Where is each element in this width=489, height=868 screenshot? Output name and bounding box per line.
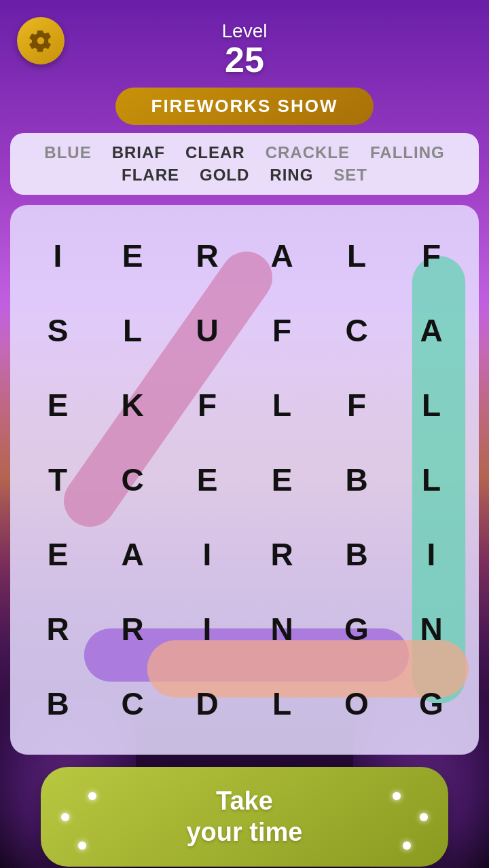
word-falling: FALLING	[370, 143, 445, 162]
cell-5-2[interactable]: I	[170, 592, 244, 666]
word-blue: BLUE	[44, 143, 91, 162]
take-time-label: Takeyour time	[54, 786, 435, 848]
gear-icon	[29, 29, 53, 53]
cell-3-0[interactable]: T	[20, 442, 95, 517]
cell-1-1[interactable]: L	[95, 293, 170, 368]
cell-3-5[interactable]: L	[394, 442, 469, 517]
word-flare: FLARE	[122, 166, 179, 185]
settings-button[interactable]	[17, 17, 65, 64]
cell-2-4[interactable]: F	[319, 368, 394, 442]
cell-6-3[interactable]: L	[244, 666, 319, 741]
cell-4-0[interactable]: E	[20, 517, 95, 592]
words-panel: BLUE BRIAF CLEAR CRACKLE FALLING FLARE G…	[10, 133, 479, 195]
cell-2-0[interactable]: E	[20, 368, 95, 442]
cell-0-3[interactable]: A	[244, 219, 319, 293]
header: Level 25	[0, 0, 489, 77]
cell-5-3[interactable]: N	[244, 592, 319, 666]
cell-4-2[interactable]: I	[170, 517, 244, 592]
grid-container: I E R A L F S L U F C A E K F L F L T C …	[10, 205, 479, 755]
cell-6-2[interactable]: D	[170, 666, 244, 741]
word-briaf: BRIAF	[112, 143, 165, 162]
cell-3-3[interactable]: E	[244, 442, 319, 517]
cell-2-5[interactable]: L	[394, 368, 469, 442]
cell-0-0[interactable]: I	[20, 219, 95, 293]
cell-2-1[interactable]: K	[95, 368, 170, 442]
word-set: SET	[333, 166, 367, 185]
cell-6-4[interactable]: O	[319, 666, 394, 741]
cell-4-4[interactable]: B	[319, 517, 394, 592]
cell-6-1[interactable]: C	[95, 666, 170, 741]
cell-0-2[interactable]: R	[170, 219, 244, 293]
category-banner: FIREWORKS SHOW	[115, 88, 374, 125]
cell-2-3[interactable]: L	[244, 368, 319, 442]
cell-5-4[interactable]: G	[319, 592, 394, 666]
category-text: FIREWORKS SHOW	[136, 96, 353, 117]
cell-1-5[interactable]: A	[394, 293, 469, 368]
cell-4-5[interactable]: I	[394, 517, 469, 592]
word-gold: GOLD	[200, 166, 249, 185]
word-ring: RING	[270, 166, 313, 185]
cell-4-1[interactable]: A	[95, 517, 170, 592]
cell-1-2[interactable]: U	[170, 293, 244, 368]
cell-5-5[interactable]: N	[394, 592, 469, 666]
cell-5-1[interactable]: R	[95, 592, 170, 666]
cell-3-4[interactable]: B	[319, 442, 394, 517]
cell-0-5[interactable]: F	[394, 219, 469, 293]
cell-4-3[interactable]: R	[244, 517, 319, 592]
word-crackle: CRACKLE	[266, 143, 350, 162]
cell-2-2[interactable]: F	[170, 368, 244, 442]
cell-1-3[interactable]: F	[244, 293, 319, 368]
level-number: 25	[0, 42, 489, 77]
cell-0-4[interactable]: L	[319, 219, 394, 293]
cell-1-0[interactable]: S	[20, 293, 95, 368]
cell-1-4[interactable]: C	[319, 293, 394, 368]
cell-5-0[interactable]: R	[20, 592, 95, 666]
cell-6-5[interactable]: G	[394, 666, 469, 741]
cell-3-2[interactable]: E	[170, 442, 244, 517]
word-clear: CLEAR	[185, 143, 245, 162]
cell-0-1[interactable]: E	[95, 219, 170, 293]
letter-grid[interactable]: I E R A L F S L U F C A E K F L F L T C …	[20, 219, 469, 741]
take-time-button[interactable]: Takeyour time	[41, 767, 448, 867]
cell-3-1[interactable]: C	[95, 442, 170, 517]
level-label: Level	[0, 20, 489, 42]
cell-6-0[interactable]: B	[20, 666, 95, 741]
